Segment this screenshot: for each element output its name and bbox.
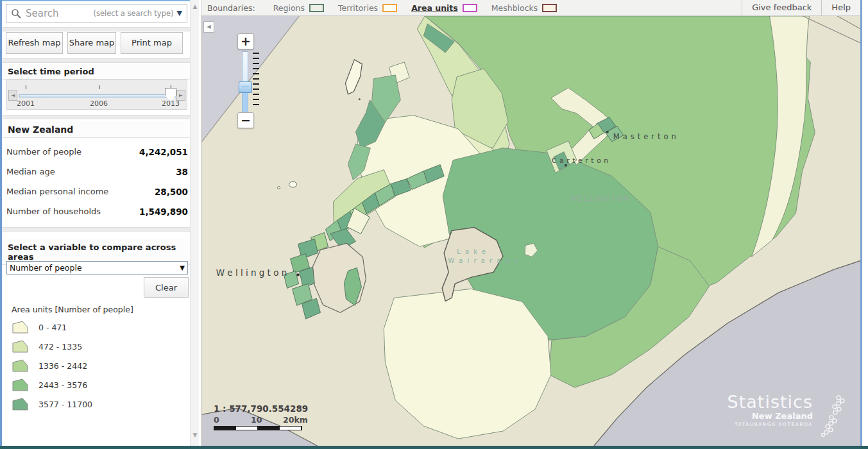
- stat-label: Number of households: [6, 207, 139, 216]
- area-units-color-swatch: [463, 4, 477, 12]
- meshblocks-color-swatch: [542, 4, 557, 12]
- divider: [2, 58, 192, 63]
- scale-tick: 20km: [283, 415, 308, 425]
- carterton-label: Carterton: [552, 157, 611, 165]
- logo-line3: TATAURANGA AOTEAROA: [728, 422, 813, 427]
- variable-selected-value: Number of people: [10, 263, 180, 273]
- scale-tick: 10: [251, 415, 262, 425]
- slider-tick: [26, 85, 26, 89]
- clear-button[interactable]: Clear: [144, 277, 189, 298]
- slider-track[interactable]: [19, 94, 176, 97]
- map-scale: 1 : 577,790.554289 0 10 20km: [214, 403, 323, 430]
- scale-bar: [214, 426, 302, 430]
- boundary-toggle-meshblocks[interactable]: Meshblocks: [491, 3, 557, 13]
- boundary-toggle-territories[interactable]: Territories: [338, 3, 397, 13]
- divider: [2, 115, 192, 119]
- boundary-toggle-area-units[interactable]: Area units: [411, 3, 477, 13]
- scale-tick-labels: 0 10 20km: [214, 415, 323, 425]
- give-feedback-button[interactable]: Give feedback: [742, 0, 821, 16]
- boundary-label[interactable]: Regions: [273, 3, 305, 13]
- boundary-label[interactable]: Territories: [338, 3, 378, 13]
- search-type-hint: (select a search type): [93, 9, 173, 18]
- zoom-slider-handle[interactable]: [239, 81, 252, 93]
- legend-title: Area units [Number of people]: [12, 305, 133, 314]
- page-right-border: [860, 0, 862, 446]
- boundary-label[interactable]: Area units: [411, 3, 458, 13]
- time-period-heading: Select time period: [2, 64, 192, 80]
- legend-range: 3577 - 11700: [38, 400, 92, 409]
- scroll-up-icon[interactable]: ▲: [191, 3, 200, 10]
- legend-range: 472 - 1335: [38, 342, 82, 352]
- refresh-map-button[interactable]: Refresh map: [6, 32, 63, 54]
- boundary-toggle-regions[interactable]: Regions: [273, 3, 324, 13]
- lake-label-line2: W a i r a r a p a: [448, 257, 519, 264]
- variable-select[interactable]: Number of people ▼: [6, 261, 188, 275]
- scroll-down-icon[interactable]: ▼: [191, 432, 200, 438]
- help-button[interactable]: Help: [821, 0, 860, 16]
- stat-row: Number of households 1,549,890: [6, 201, 188, 221]
- slider-tick: [99, 85, 99, 89]
- year-label-2006: 2006: [90, 99, 108, 108]
- region-label: WELLINGTON: [570, 194, 630, 203]
- legend-item: 3577 - 11700: [12, 396, 92, 412]
- stat-row: Median personal income 28,500: [6, 182, 188, 201]
- stat-label: Median age: [6, 167, 176, 176]
- boundary-label[interactable]: Meshblocks: [491, 3, 538, 13]
- masterton-label: Masterton: [613, 132, 679, 141]
- page-bottom-border: [0, 446, 868, 449]
- legend-swatch: [12, 378, 29, 392]
- legend-range: 2443 - 3576: [38, 380, 87, 390]
- divider: [2, 27, 192, 31]
- sidebar-scrollbar[interactable]: ▲ ▼: [190, 0, 199, 446]
- boundaries-label: Boundaries:: [207, 3, 255, 13]
- print-map-button[interactable]: Print map: [121, 32, 183, 54]
- year-label-2001: 2001: [17, 99, 35, 108]
- legend-range: 1336 - 2442: [38, 361, 87, 371]
- stat-label: Median personal income: [6, 187, 155, 196]
- stat-value: 4,242,051: [139, 147, 188, 157]
- divider: [2, 227, 192, 232]
- stats-nz-map-app: Search (select a search type) ▼ Refresh …: [0, 0, 868, 449]
- zoom-in-button[interactable]: +: [237, 33, 254, 49]
- search-input[interactable]: Search (select a search type) ▼: [6, 4, 187, 22]
- zoom-out-button[interactable]: −: [237, 112, 254, 128]
- stat-value: 1,549,890: [139, 207, 188, 217]
- choropleth-map: WELLINGTON Masterton Carterton W e l l i…: [201, 16, 860, 446]
- regions-color-swatch: [309, 4, 324, 12]
- stat-row: Median age 38: [6, 162, 188, 182]
- sidebar-collapse-button[interactable]: ◀: [203, 21, 214, 33]
- logo-line2: New Zealand: [728, 412, 813, 420]
- stat-value: 28,500: [155, 187, 188, 197]
- stat-label: Number of people: [6, 147, 139, 157]
- summary-heading: New Zealand: [2, 121, 192, 138]
- select-caret-icon: ▼: [180, 264, 185, 271]
- wellington-city-label: W e l l i n g t o n: [216, 267, 287, 278]
- legend-swatch: [12, 397, 29, 411]
- logo-line1: Statistics: [728, 393, 813, 411]
- legend-swatch: [12, 339, 29, 353]
- legend-swatch: [12, 359, 29, 373]
- stat-row: Number of people 4,242,051: [6, 142, 188, 162]
- lake-label-line1: L a k e: [457, 248, 487, 255]
- slider-left-arrow[interactable]: ◄: [8, 90, 17, 101]
- legend-item: 2443 - 3576: [12, 377, 87, 393]
- map-canvas[interactable]: WELLINGTON Masterton Carterton W e l l i…: [201, 16, 860, 446]
- legend-item: 472 - 1335: [12, 339, 82, 354]
- sidebar: Search (select a search type) ▼ Refresh …: [2, 0, 190, 446]
- territories-color-swatch: [382, 4, 397, 12]
- scale-ratio: 1 : 577,790.554289: [214, 403, 323, 414]
- boundaries-toolbar: Boundaries: Regions Territories Area uni…: [201, 0, 860, 16]
- page-left-border: [0, 0, 2, 446]
- scale-tick: 0: [214, 415, 219, 425]
- stats-nz-logo: Statistics New Zealand TATAURANGA AOTEAR…: [728, 393, 846, 437]
- search-type-caret-icon[interactable]: ▼: [177, 9, 182, 17]
- zoom-level-ticks: [253, 53, 259, 109]
- koru-icon: [817, 394, 846, 437]
- search-icon: [11, 8, 21, 19]
- legend-swatch: [12, 320, 29, 334]
- legend-item: 1336 - 2442: [12, 358, 87, 373]
- time-slider[interactable]: ◄ ► 2001 2006 2013: [6, 80, 187, 110]
- stat-value: 38: [176, 167, 188, 177]
- legend-item: 0 - 471: [12, 319, 67, 335]
- share-map-button[interactable]: Share map: [67, 32, 116, 54]
